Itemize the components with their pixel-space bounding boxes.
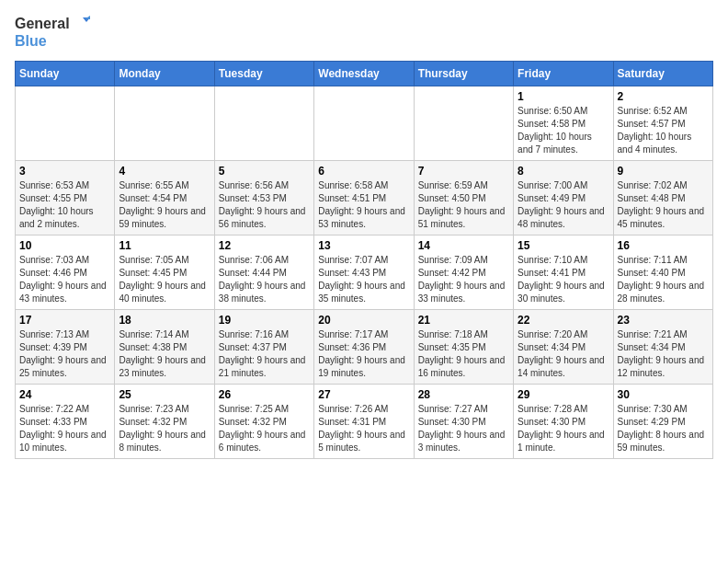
calendar-week-3: 17Sunrise: 7:13 AM Sunset: 4:39 PM Dayli… — [16, 309, 713, 384]
day-info: Sunrise: 7:06 AM Sunset: 4:44 PM Dayligh… — [219, 254, 310, 305]
calendar-cell: 5Sunrise: 6:56 AM Sunset: 4:53 PM Daylig… — [214, 160, 313, 235]
calendar-header-row: SundayMondayTuesdayWednesdayThursdayFrid… — [16, 61, 713, 86]
calendar-cell: 6Sunrise: 6:58 AM Sunset: 4:51 PM Daylig… — [314, 160, 414, 235]
day-number: 13 — [318, 239, 409, 252]
day-info: Sunrise: 7:09 AM Sunset: 4:42 PM Dayligh… — [418, 254, 509, 305]
day-number: 18 — [119, 314, 210, 327]
day-info: Sunrise: 7:07 AM Sunset: 4:43 PM Dayligh… — [318, 254, 409, 305]
header-monday: Monday — [115, 61, 214, 86]
day-number: 25 — [119, 388, 210, 401]
day-number: 30 — [618, 388, 709, 401]
header-sunday: Sunday — [16, 61, 115, 86]
logo-blue: Blue — [15, 33, 47, 50]
day-info: Sunrise: 7:20 AM Sunset: 4:34 PM Dayligh… — [518, 328, 609, 380]
day-number: 28 — [418, 388, 509, 401]
day-info: Sunrise: 7:13 AM Sunset: 4:39 PM Dayligh… — [19, 328, 110, 380]
header-wednesday: Wednesday — [314, 61, 414, 86]
calendar-week-4: 24Sunrise: 7:22 AM Sunset: 4:33 PM Dayli… — [16, 384, 713, 458]
calendar-cell: 21Sunrise: 7:18 AM Sunset: 4:35 PM Dayli… — [414, 309, 513, 384]
day-info: Sunrise: 6:52 AM Sunset: 4:57 PM Dayligh… — [618, 105, 709, 156]
day-number: 15 — [518, 239, 609, 252]
calendar-week-2: 10Sunrise: 7:03 AM Sunset: 4:46 PM Dayli… — [16, 235, 713, 309]
calendar-cell: 13Sunrise: 7:07 AM Sunset: 4:43 PM Dayli… — [314, 235, 414, 309]
header-saturday: Saturday — [613, 61, 712, 86]
day-number: 24 — [19, 388, 110, 401]
calendar-cell: 16Sunrise: 7:11 AM Sunset: 4:40 PM Dayli… — [613, 235, 712, 309]
day-number: 8 — [518, 165, 609, 178]
day-info: Sunrise: 7:02 AM Sunset: 4:48 PM Dayligh… — [618, 179, 709, 231]
calendar-cell: 14Sunrise: 7:09 AM Sunset: 4:42 PM Dayli… — [414, 235, 513, 309]
calendar-cell: 2Sunrise: 6:52 AM Sunset: 4:57 PM Daylig… — [613, 86, 712, 160]
day-info: Sunrise: 7:18 AM Sunset: 4:35 PM Dayligh… — [418, 328, 509, 380]
calendar-cell — [414, 86, 513, 160]
calendar-cell: 28Sunrise: 7:27 AM Sunset: 4:30 PM Dayli… — [414, 384, 513, 458]
day-number: 26 — [219, 388, 310, 401]
day-number: 29 — [518, 388, 609, 401]
calendar-cell: 10Sunrise: 7:03 AM Sunset: 4:46 PM Dayli… — [16, 235, 115, 309]
day-info: Sunrise: 6:50 AM Sunset: 4:58 PM Dayligh… — [518, 105, 609, 156]
day-number: 7 — [418, 165, 509, 178]
calendar-cell: 17Sunrise: 7:13 AM Sunset: 4:39 PM Dayli… — [16, 309, 115, 384]
day-info: Sunrise: 7:25 AM Sunset: 4:32 PM Dayligh… — [219, 403, 310, 454]
day-number: 17 — [19, 314, 110, 327]
day-number: 9 — [618, 165, 709, 178]
calendar-cell — [214, 86, 313, 160]
calendar-cell — [314, 86, 414, 160]
day-number: 11 — [119, 239, 210, 252]
day-info: Sunrise: 6:58 AM Sunset: 4:51 PM Dayligh… — [318, 179, 409, 231]
calendar-cell: 19Sunrise: 7:16 AM Sunset: 4:37 PM Dayli… — [214, 309, 313, 384]
logo: General Blue — [15, 15, 90, 50]
calendar-cell — [115, 86, 214, 160]
calendar-cell: 29Sunrise: 7:28 AM Sunset: 4:30 PM Dayli… — [514, 384, 613, 458]
day-number: 6 — [318, 165, 409, 178]
day-info: Sunrise: 7:26 AM Sunset: 4:31 PM Dayligh… — [318, 403, 409, 454]
calendar-cell: 18Sunrise: 7:14 AM Sunset: 4:38 PM Dayli… — [115, 309, 214, 384]
calendar-table: SundayMondayTuesdayWednesdayThursdayFrid… — [15, 61, 713, 459]
day-info: Sunrise: 6:53 AM Sunset: 4:55 PM Dayligh… — [19, 179, 110, 231]
header-friday: Friday — [514, 61, 613, 86]
day-number: 21 — [418, 314, 509, 327]
day-info: Sunrise: 6:56 AM Sunset: 4:53 PM Dayligh… — [219, 179, 310, 231]
day-number: 20 — [318, 314, 409, 327]
calendar-cell: 8Sunrise: 7:00 AM Sunset: 4:49 PM Daylig… — [514, 160, 613, 235]
calendar-cell: 20Sunrise: 7:17 AM Sunset: 4:36 PM Dayli… — [314, 309, 414, 384]
day-info: Sunrise: 6:59 AM Sunset: 4:50 PM Dayligh… — [418, 179, 509, 231]
calendar-cell: 7Sunrise: 6:59 AM Sunset: 4:50 PM Daylig… — [414, 160, 513, 235]
day-info: Sunrise: 7:03 AM Sunset: 4:46 PM Dayligh… — [19, 254, 110, 305]
calendar-cell: 30Sunrise: 7:30 AM Sunset: 4:29 PM Dayli… — [613, 384, 712, 458]
day-number: 22 — [518, 314, 609, 327]
day-info: Sunrise: 6:55 AM Sunset: 4:54 PM Dayligh… — [119, 179, 210, 231]
day-number: 14 — [418, 239, 509, 252]
day-info: Sunrise: 7:27 AM Sunset: 4:30 PM Dayligh… — [418, 403, 509, 454]
calendar-cell: 4Sunrise: 6:55 AM Sunset: 4:54 PM Daylig… — [115, 160, 214, 235]
calendar-cell — [16, 86, 115, 160]
day-number: 4 — [119, 165, 210, 178]
header-tuesday: Tuesday — [214, 61, 313, 86]
calendar-cell: 15Sunrise: 7:10 AM Sunset: 4:41 PM Dayli… — [514, 235, 613, 309]
day-number: 19 — [219, 314, 310, 327]
calendar-cell: 11Sunrise: 7:05 AM Sunset: 4:45 PM Dayli… — [115, 235, 214, 309]
day-info: Sunrise: 7:17 AM Sunset: 4:36 PM Dayligh… — [318, 328, 409, 380]
page-header: General Blue — [15, 15, 713, 50]
calendar-cell: 23Sunrise: 7:21 AM Sunset: 4:34 PM Dayli… — [613, 309, 712, 384]
day-number: 12 — [219, 239, 310, 252]
day-number: 1 — [518, 90, 609, 103]
calendar-cell: 25Sunrise: 7:23 AM Sunset: 4:32 PM Dayli… — [115, 384, 214, 458]
day-number: 23 — [618, 314, 709, 327]
calendar-cell: 24Sunrise: 7:22 AM Sunset: 4:33 PM Dayli… — [16, 384, 115, 458]
logo-bird-icon — [72, 15, 90, 33]
day-number: 5 — [219, 165, 310, 178]
day-info: Sunrise: 7:05 AM Sunset: 4:45 PM Dayligh… — [119, 254, 210, 305]
day-number: 10 — [19, 239, 110, 252]
calendar-cell: 27Sunrise: 7:26 AM Sunset: 4:31 PM Dayli… — [314, 384, 414, 458]
calendar-week-0: 1Sunrise: 6:50 AM Sunset: 4:58 PM Daylig… — [16, 86, 713, 160]
day-info: Sunrise: 7:10 AM Sunset: 4:41 PM Dayligh… — [518, 254, 609, 305]
day-info: Sunrise: 7:30 AM Sunset: 4:29 PM Dayligh… — [618, 403, 709, 454]
calendar-cell: 9Sunrise: 7:02 AM Sunset: 4:48 PM Daylig… — [613, 160, 712, 235]
day-info: Sunrise: 7:11 AM Sunset: 4:40 PM Dayligh… — [618, 254, 709, 305]
day-info: Sunrise: 7:16 AM Sunset: 4:37 PM Dayligh… — [219, 328, 310, 380]
header-thursday: Thursday — [414, 61, 513, 86]
day-info: Sunrise: 7:14 AM Sunset: 4:38 PM Dayligh… — [119, 328, 210, 380]
logo-general: General — [15, 16, 70, 32]
calendar-cell: 3Sunrise: 6:53 AM Sunset: 4:55 PM Daylig… — [16, 160, 115, 235]
